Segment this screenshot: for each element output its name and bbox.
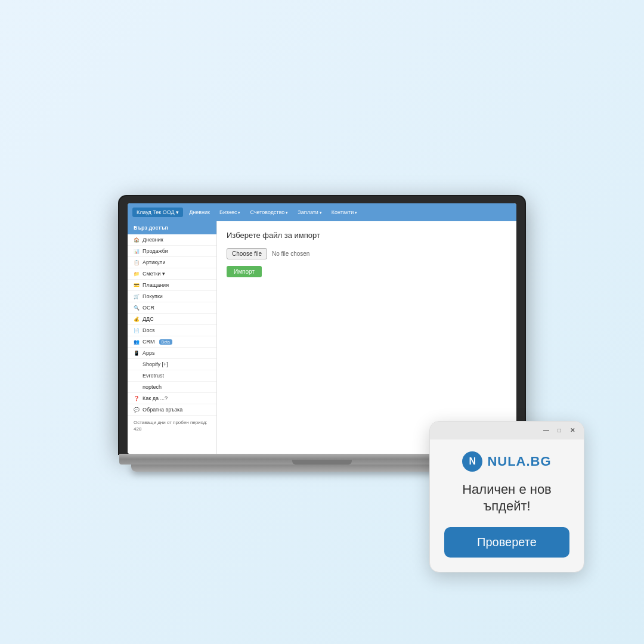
sidebar-header: Бърз достъп <box>128 221 216 234</box>
home-icon: 🏠 <box>134 237 140 243</box>
nav-brand[interactable]: Клауд Тек ООД ▾ <box>132 208 183 217</box>
sidebar-item-noptech[interactable]: noptech <box>128 382 216 393</box>
vat-icon: 💰 <box>134 316 140 322</box>
evrotrust-icon <box>134 373 140 379</box>
sidebar: Бърз достъп 🏠 Дневник 📊 Продажби 📋 Артик… <box>128 221 217 454</box>
sales-icon: 📊 <box>134 248 140 254</box>
trial-info: Оставащи дни от пробен период: 428 <box>128 416 216 436</box>
screen: Клауд Тек ООД ▾ Дневник Бизнес Счетоводс… <box>128 203 516 454</box>
popup-body: N NULA.BG Наличен е нов ъпдейт! Проверет… <box>430 439 584 572</box>
sidebar-item-shopify[interactable]: Shopify [+] <box>128 359 216 370</box>
sidebar-item-vat[interactable]: 💰 ДДС <box>128 314 216 325</box>
no-file-label: No file chosen <box>272 250 309 257</box>
nav-item-diary[interactable]: Дневник <box>185 208 213 217</box>
popup-logo: N NULA.BG <box>444 451 569 472</box>
ocr-icon: 🔍 <box>134 305 140 311</box>
choose-file-button[interactable]: Choose file <box>227 248 267 259</box>
minimize-button[interactable]: — <box>542 426 550 435</box>
sidebar-item-feedback[interactable]: 💬 Обратна връзка <box>128 404 216 416</box>
crm-badge: Beta <box>159 339 172 345</box>
popup-titlebar: — □ ✕ <box>430 422 584 439</box>
docs-icon: 📄 <box>134 327 140 333</box>
sidebar-item-purchases[interactable]: 🛒 Покупки <box>128 291 216 302</box>
sidebar-item-evrotrust[interactable]: Evrotrust <box>128 370 216 382</box>
close-button[interactable]: ✕ <box>568 426 577 435</box>
noptech-icon <box>134 384 140 390</box>
sidebar-item-accounts[interactable]: 📁 Сметки ▾ <box>128 268 216 280</box>
sidebar-item-docs[interactable]: 📄 Docs <box>128 325 216 336</box>
nav-item-accounting[interactable]: Счетоводство <box>246 208 292 217</box>
card-icon: 💳 <box>134 282 140 288</box>
articles-icon: 📋 <box>134 259 140 265</box>
file-input-row: Choose file No file chosen <box>227 248 507 259</box>
sidebar-item-articles[interactable]: 📋 Артикули <box>128 257 216 268</box>
popup-message: Наличен е нов ъпдейт! <box>444 481 569 515</box>
popup-cta-button[interactable]: Проверете <box>444 527 569 558</box>
apps-icon: 📱 <box>134 350 140 356</box>
page-title: Изберете файл за импорт <box>227 231 507 240</box>
sidebar-item-ocr[interactable]: 🔍 OCR <box>128 302 216 314</box>
folder-icon: 📁 <box>134 271 140 277</box>
shopify-icon <box>134 361 140 367</box>
nav-item-salaries[interactable]: Заплати <box>294 208 325 217</box>
sidebar-item-apps[interactable]: 📱 Apps <box>128 348 216 359</box>
sidebar-item-crm[interactable]: 👥 CRM Beta <box>128 336 216 348</box>
sidebar-item-sales[interactable]: 📊 Продажби <box>128 246 216 257</box>
sidebar-item-payments[interactable]: 💳 Плащания <box>128 280 216 291</box>
nula-logo-text: NULA.BG <box>487 454 551 469</box>
nav-item-contacts[interactable]: Контакти <box>328 208 361 217</box>
cart-icon: 🛒 <box>134 293 140 299</box>
nav-item-business[interactable]: Бизнес <box>216 208 244 217</box>
notification-popup: — □ ✕ N NULA.BG Наличен е нов ъпдейт! Пр… <box>429 421 584 572</box>
feedback-icon: 💬 <box>134 407 140 413</box>
nula-logo-icon: N <box>462 451 482 472</box>
sidebar-item-howto[interactable]: ❓ Как да ...? <box>128 393 216 404</box>
import-button[interactable]: Импорт <box>227 266 262 277</box>
help-icon: ❓ <box>134 395 140 401</box>
screen-bezel: Клауд Тек ООД ▾ Дневник Бизнес Счетоводс… <box>119 196 525 454</box>
content-area: Изберете файл за импорт Choose file No f… <box>217 221 516 454</box>
main-area: Бърз достъп 🏠 Дневник 📊 Продажби 📋 Артик… <box>128 221 516 454</box>
crm-icon: 👥 <box>134 339 140 345</box>
top-navigation: Клауд Тек ООД ▾ Дневник Бизнес Счетоводс… <box>128 203 516 221</box>
sidebar-item-diary[interactable]: 🏠 Дневник <box>128 234 216 246</box>
maximize-button[interactable]: □ <box>555 426 564 435</box>
